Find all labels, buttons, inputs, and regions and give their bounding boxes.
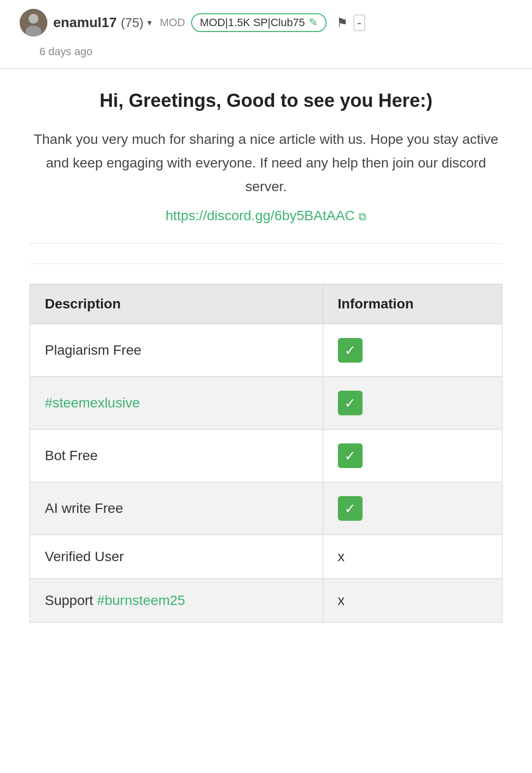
table-header-row: Description Information — [30, 284, 502, 324]
table-cell-information: ✓ — [323, 482, 502, 535]
table-cell-description: Plagiarism Free — [30, 324, 323, 377]
check-icon: ✓ — [338, 391, 363, 415]
divider — [30, 243, 502, 244]
table-cell-information: ✓ — [323, 430, 502, 482]
table-row: #steemexlusive✓ — [30, 377, 502, 430]
table-inline-link[interactable]: #burnsteem25 — [97, 593, 185, 608]
flag-icon[interactable]: ⚑ — [336, 15, 348, 31]
edit-icon[interactable]: ✎ — [309, 16, 318, 29]
collapse-button[interactable]: - — [354, 15, 365, 31]
chevron-down-icon[interactable]: ▾ — [147, 17, 152, 28]
table-link[interactable]: #steemexlusive — [45, 395, 140, 410]
username[interactable]: enamul17 — [53, 15, 117, 31]
svg-point-1 — [29, 14, 38, 24]
table-label-text: Support — [45, 593, 97, 608]
table-row: AI write Free✓ — [30, 482, 502, 535]
discord-link-container: https://discord.gg/6by5BAtAAC ⧉ — [30, 208, 502, 224]
col-information-header: Information — [323, 284, 502, 324]
divider-2 — [30, 264, 502, 264]
greeting-body: Thank you very much for sharing a nice a… — [30, 128, 502, 198]
external-link-icon: ⧉ — [359, 210, 366, 223]
mod-badge: MOD|1.5K SP|Club75 ✎ — [191, 13, 327, 32]
page-wrapper: enamul17 (75) ▾ MOD MOD|1.5K SP|Club75 ✎… — [0, 0, 532, 642]
table-cell-description: Verified User — [30, 535, 323, 579]
table-cell-description: Support #burnsteem25 — [30, 579, 323, 623]
table-cell-information: x — [323, 579, 502, 623]
x-mark: x — [338, 593, 345, 608]
table-row: Plagiarism Free✓ — [30, 324, 502, 377]
check-icon: ✓ — [338, 443, 363, 468]
check-icon: ✓ — [338, 338, 363, 363]
username-block: enamul17 (75) ▾ — [53, 15, 152, 31]
x-mark: x — [338, 549, 345, 564]
greeting-title: Hi, Greetings, Good to see you Here:) — [30, 89, 502, 113]
table-cell-information: ✓ — [323, 377, 502, 430]
table-cell-information: x — [323, 535, 502, 579]
avatar-image — [20, 9, 47, 36]
user-bar: enamul17 (75) ▾ MOD MOD|1.5K SP|Club75 ✎… — [0, 0, 532, 68]
table-cell-description: AI write Free — [30, 482, 323, 535]
table-cell-information: ✓ — [323, 324, 502, 377]
table-cell-description: Bot Free — [30, 430, 323, 482]
timestamp: 6 days ago — [20, 45, 512, 58]
mod-label: MOD — [160, 16, 185, 29]
reputation-score: (75) — [121, 15, 143, 31]
discord-link[interactable]: https://discord.gg/6by5BAtAAC — [166, 208, 355, 223]
avatar — [20, 9, 47, 36]
badge-text: MOD|1.5K SP|Club75 — [200, 16, 305, 29]
table-row: Support #burnsteem25x — [30, 579, 502, 623]
check-icon: ✓ — [338, 496, 363, 521]
table-cell-description: #steemexlusive — [30, 377, 323, 430]
table-row: Bot Free✓ — [30, 430, 502, 482]
info-table: Description Information Plagiarism Free✓… — [30, 284, 502, 623]
col-description-header: Description — [30, 284, 323, 324]
content-area: Hi, Greetings, Good to see you Here:) Th… — [0, 68, 532, 642]
table-row: Verified Userx — [30, 535, 502, 579]
